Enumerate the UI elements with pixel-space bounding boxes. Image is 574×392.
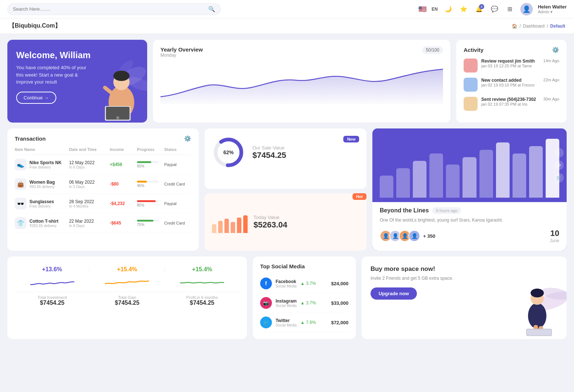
home-icon[interactable]: 🏠 [512, 24, 517, 29]
donut-chart: 62% [212, 136, 245, 169]
progress-fill-3 [137, 220, 153, 222]
sparkline-2 [164, 277, 240, 290]
social-media-title: Top Social Media [260, 263, 348, 269]
item-info-1: 👜 Women Bag ₹83.65 delivery [15, 178, 69, 190]
big-bar-0 [380, 176, 393, 198]
progress-bar-2 [137, 200, 159, 202]
social-type-1: Social Media [276, 304, 297, 308]
today-bar-0 [212, 224, 216, 233]
moon-icon[interactable]: 🌙 [443, 4, 453, 14]
continue-button[interactable]: Continue → [16, 92, 56, 104]
breadcrumb-dashboard[interactable]: Dashboard [523, 24, 545, 29]
progress-fill-1 [137, 181, 147, 183]
beyond-desc: One Of the world,s brightest, young surf… [380, 217, 559, 223]
search-box[interactable]: 🔍 [7, 3, 221, 15]
item-sub-1: ₹83.65 delivery [29, 185, 55, 189]
beyond-date-num: 10 [550, 229, 559, 238]
social-amount-0: $24,000 [331, 281, 348, 286]
yearly-overview-subtitle: Monday [160, 53, 203, 58]
sale-value-top: 62% Our Sale Value $7454.25 New [212, 136, 359, 169]
stat-value-2: $7454.25 [164, 300, 240, 306]
today-value-amount: $5263.04 [254, 220, 287, 230]
social-pct-1: ▲ 3.7% [300, 300, 316, 306]
lang-label[interactable]: EN [432, 7, 438, 12]
yearly-overview-title: Yearly Overview [160, 46, 203, 53]
sparklines-row [15, 276, 240, 292]
activity-item: New contact added jan 02 19 03:10 PM at … [464, 78, 559, 92]
sparkline-1 [90, 277, 165, 290]
progress-bar-1 [137, 181, 159, 183]
activity-time-2: 30m Ago [543, 97, 559, 101]
breadcrumb-bar: 【Biqubiqu.Com】 🏠 / Dashboard / Default [0, 18, 574, 34]
search-icon[interactable]: 🔍 [208, 6, 215, 13]
social-media-rows: f Facebook Social Media ▲ 3.7% $24,000 📷… [260, 274, 348, 332]
table-row: 🕶️ Sunglasses Free delivery 28 Sep 2022 … [15, 194, 191, 213]
status-3: Credit Card [164, 221, 191, 225]
activity-thumb-1 [464, 78, 478, 92]
breadcrumb-sep2: / [547, 24, 548, 29]
star-icon[interactable]: ⭐ [458, 4, 469, 14]
cart-icon[interactable]: 🛒 [554, 173, 564, 183]
big-bar-9 [529, 146, 543, 198]
beyond-date-month: June [550, 238, 559, 243]
progress-1: 45% [137, 181, 164, 188]
date-info-3: 22 Mar 2022 In 8 Days [69, 219, 110, 228]
stat-label-item-0: Total Investment $7454.25 [15, 295, 90, 306]
big-bar-4 [446, 165, 460, 198]
avatar[interactable]: 👤 [520, 3, 533, 15]
row-3: +13.6% +15.4% +15.4% [7, 257, 567, 339]
col-status: Status [164, 147, 191, 152]
upgrade-button[interactable]: Upgrade now [371, 287, 417, 300]
scroll-down-icon[interactable]: ⚙ [554, 160, 564, 170]
svg-point-15 [528, 303, 546, 329]
activity-settings-icon[interactable]: ⚙️ [552, 46, 559, 53]
stats-pct-row: +13.6% +15.4% +15.4% [15, 263, 240, 276]
item-name-3: Cotton T-shirt [29, 219, 59, 224]
income-0: +$456 [110, 162, 137, 167]
topbar: 🔍 🇺🇸 EN 🌙 ⭐ 🔔 4 💬 ⊞ 👤 Helen Walter Admin… [0, 0, 574, 18]
item-text-3: Cotton T-shirt ₹283.65 delivery [29, 219, 59, 228]
row-1: Welcome, William You have completed 40% … [7, 40, 567, 123]
big-chart-section: ↕ ⚙ 🛒 Beyond the Lines 6 hours ago One O… [372, 128, 567, 251]
yearly-overview-header: Yearly Overview Monday 50/100 [160, 46, 443, 62]
big-bar-chart [380, 139, 559, 198]
user-info: Helen Walter Admin ▾ [538, 4, 567, 14]
date-1: 06 May 2022 [69, 180, 110, 185]
notification-icon[interactable]: 🔔 4 [474, 4, 484, 14]
social-type-0: Social Media [276, 284, 297, 288]
item-sub-3: ₹283.65 delivery [29, 224, 59, 228]
welcome-illustration [77, 54, 147, 123]
status-2: Paypal [164, 201, 191, 206]
expand-icon[interactable]: ⊞ [505, 4, 515, 14]
activity-thumb-2 [464, 97, 478, 111]
social-row-2: 🐦 Twitter Social Media ▲ 7.6% $72,000 [260, 313, 348, 332]
search-input[interactable] [13, 6, 205, 12]
item-name-2: Sunglasses [29, 199, 54, 204]
activity-title-0: Review request jim Smith [481, 59, 540, 64]
today-hot-badge: Hot [352, 193, 366, 200]
progress-2: 85% [137, 200, 164, 207]
scroll-controls: ↕ ⚙ 🛒 [554, 148, 564, 183]
days-3: In 8 Days [69, 224, 110, 228]
user-role: Admin ▾ [538, 10, 567, 14]
yearly-overview-badge: 50/100 [422, 46, 443, 54]
income-3: -$645 [110, 220, 137, 226]
transaction-settings-icon[interactable]: ⚙️ [184, 135, 191, 142]
item-info-2: 🕶️ Sunglasses Free delivery [15, 198, 69, 209]
activity-title-2: Sent review (504)236-7302 [481, 97, 540, 102]
table-row: 👕 Cotton T-shirt ₹283.65 delivery 22 Mar… [15, 213, 191, 233]
activity-time-1: 22m Ago [543, 78, 559, 82]
scroll-up-icon[interactable]: ↕ [554, 148, 564, 158]
stat-item-1: +15.4% [90, 266, 164, 273]
today-bar-5 [243, 215, 248, 233]
chat-icon[interactable]: 💬 [489, 4, 500, 14]
activity-card: Activity ⚙️ Review request jim Smith jan… [456, 40, 567, 123]
big-bar-3 [429, 153, 443, 198]
col-progress: Progress [137, 147, 164, 152]
item-text-0: Nike Sports NK Free delivery [29, 160, 61, 169]
beyond-card: Beyond the Lines 6 hours ago One Of the … [372, 202, 567, 251]
stat-pct-0: +13.6% [15, 266, 89, 273]
beyond-header: Beyond the Lines 6 hours ago [380, 207, 559, 214]
progress-fill-0 [137, 161, 151, 163]
progress-pct-1: 45% [137, 184, 164, 188]
